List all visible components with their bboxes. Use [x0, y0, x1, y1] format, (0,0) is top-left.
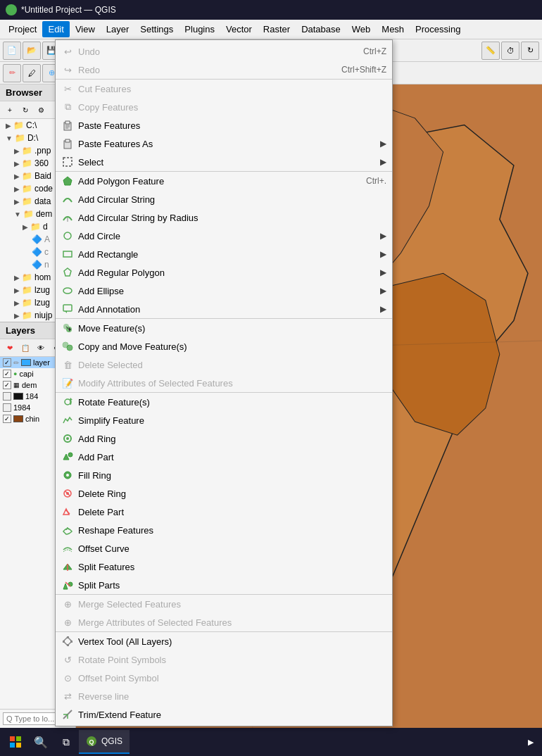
- add-ring-icon: [61, 432, 74, 445]
- layer-check-184[interactable]: [3, 392, 11, 401]
- reshape-label: Reshape Features: [78, 525, 386, 536]
- layer-check-chin[interactable]: ✓: [3, 415, 11, 423]
- paste-as-icon: [61, 137, 74, 150]
- menu-reshape-features[interactable]: Reshape Features: [56, 521, 392, 539]
- cut-label: Cut Features: [78, 84, 386, 94]
- menu-rotate-point-symbols[interactable]: ↺ Rotate Point Symbols: [56, 650, 392, 669]
- svg-marker-40: [63, 584, 68, 589]
- simplify-label: Simplify Feature: [78, 415, 386, 426]
- menu-rotate-features[interactable]: Rotate Feature(s): [56, 393, 392, 411]
- open-btn[interactable]: 📂: [23, 42, 41, 60]
- browser-filter-btn[interactable]: ⚙: [34, 103, 48, 117]
- menu-add-ellipse[interactable]: Add Ellipse ▶: [56, 282, 392, 300]
- vertex-label: Vertex Tool (All Layers): [78, 636, 386, 647]
- offset-curve-icon: [61, 542, 74, 555]
- menu-simplify-feature[interactable]: Simplify Feature: [56, 411, 392, 429]
- menu-offset-curve[interactable]: Offset Curve: [56, 539, 392, 557]
- circle-arrow: ▶: [380, 231, 386, 241]
- title-bar: *Untitled Project — QGIS: [0, 0, 542, 20]
- menu-layer[interactable]: Layer: [101, 21, 135, 37]
- menu-plugins[interactable]: Plugins: [179, 21, 220, 37]
- menu-fill-ring[interactable]: Fill Ring: [56, 466, 392, 484]
- svg-rect-51: [10, 736, 15, 741]
- menu-delete-part[interactable]: Delete Part: [56, 503, 392, 521]
- menu-paste-features[interactable]: Paste Features: [56, 116, 392, 134]
- edit-btn[interactable]: ✏: [3, 64, 21, 82]
- layer-check[interactable]: ✓: [3, 358, 11, 367]
- measure-btn[interactable]: 📏: [481, 42, 500, 60]
- menu-split-parts[interactable]: Split Parts: [56, 576, 392, 594]
- layer-check-1984[interactable]: [3, 403, 11, 412]
- menu-edit[interactable]: Edit: [42, 21, 69, 37]
- copy-icon: ⧉: [61, 101, 74, 113]
- menu-add-annotation[interactable]: Add Annotation ▶: [56, 300, 392, 318]
- offset-point-label: Offset Point Symbol: [78, 673, 386, 683]
- menu-split-features[interactable]: Split Features: [56, 557, 392, 576]
- menu-offset-point-symbol[interactable]: ⊙ Offset Point Symbol: [56, 669, 392, 687]
- menu-delete-ring[interactable]: Delete Ring: [56, 484, 392, 503]
- layer-check-capi[interactable]: ✓: [3, 370, 11, 378]
- menu-add-circular-string-radius[interactable]: Add Circular String by Radius: [56, 208, 392, 227]
- menu-reverse-line[interactable]: ⇄ Reverse line: [56, 687, 392, 705]
- layer-open-btn[interactable]: 👁: [34, 341, 48, 355]
- circular-radius-label: Add Circular String by Radius: [78, 213, 386, 223]
- menu-vector[interactable]: Vector: [220, 21, 258, 37]
- menu-raster[interactable]: Raster: [258, 21, 296, 37]
- menu-copy-move-features[interactable]: Copy and Move Feature(s): [56, 337, 392, 355]
- redo-icon: ↪: [61, 63, 74, 76]
- menu-modify-attributes[interactable]: 📝 Modify Attributes of Selected Features: [56, 374, 392, 392]
- menu-merge-selected[interactable]: ⊕ Merge Selected Features: [56, 595, 392, 613]
- svg-rect-44: [63, 641, 65, 643]
- browser-refresh-btn[interactable]: ↻: [18, 103, 32, 117]
- menu-select[interactable]: Select ▶: [56, 153, 392, 171]
- menu-copy-features[interactable]: ⧉ Copy Features: [56, 98, 392, 116]
- svg-rect-53: [10, 743, 15, 748]
- layer-add-btn[interactable]: ❤: [3, 341, 17, 355]
- menu-add-circular-string[interactable]: Add Circular String: [56, 190, 392, 208]
- merge-label: Merge Selected Features: [78, 599, 386, 610]
- search-taskbar-btn[interactable]: 🔍: [28, 730, 53, 754]
- menu-paste-features-as[interactable]: Paste Features As ▶: [56, 134, 392, 153]
- svg-point-16: [63, 288, 72, 294]
- undo-icon: ↩: [61, 45, 74, 58]
- menu-add-regular-polygon[interactable]: Add Regular Polygon ▶: [56, 263, 392, 282]
- menu-view[interactable]: View: [70, 21, 101, 37]
- merge-attr-label: Merge Attributes of Selected Features: [78, 617, 386, 628]
- svg-rect-4: [65, 121, 70, 124]
- menu-settings[interactable]: Settings: [134, 21, 179, 37]
- digitize-btn[interactable]: 🖊: [23, 64, 41, 82]
- menu-add-polygon[interactable]: Add Polygon Feature Ctrl+.: [56, 172, 392, 190]
- menu-trim-extend[interactable]: Trim/Extend Feature: [56, 705, 392, 724]
- menu-processing[interactable]: Processing: [410, 21, 466, 37]
- qgis-taskbar-app[interactable]: Q QGIS: [79, 730, 130, 754]
- menu-add-rectangle[interactable]: Add Rectangle ▶: [56, 245, 392, 263]
- menu-undo[interactable]: ↩ Undo Ctrl+Z: [56, 42, 392, 61]
- menu-merge-attributes[interactable]: ⊕ Merge Attributes of Selected Features: [56, 613, 392, 631]
- menu-web[interactable]: Web: [346, 21, 377, 37]
- move-label: Move Feature(s): [78, 323, 386, 334]
- menu-redo[interactable]: ↪ Redo Ctrl+Shift+Z: [56, 61, 392, 79]
- taskview-btn[interactable]: ⧉: [53, 730, 79, 754]
- menu-add-ring[interactable]: Add Ring: [56, 429, 392, 448]
- layer-new-btn[interactable]: 📋: [18, 341, 32, 355]
- app-icon: [6, 4, 17, 15]
- menu-delete-selected[interactable]: 🗑 Delete Selected: [56, 355, 392, 374]
- new-btn[interactable]: 📄: [3, 42, 21, 60]
- polygon-shortcut: Ctrl+.: [366, 176, 386, 186]
- menu-add-circle[interactable]: Add Circle ▶: [56, 227, 392, 245]
- menu-vertex-tool[interactable]: Vertex Tool (All Layers): [56, 632, 392, 650]
- layer-check-dem[interactable]: ✓: [3, 381, 11, 389]
- menu-move-features[interactable]: Move Feature(s): [56, 319, 392, 337]
- browser-add-btn[interactable]: +: [3, 103, 17, 117]
- time-btn[interactable]: ⏱: [501, 42, 519, 60]
- menu-add-part[interactable]: Add Part: [56, 448, 392, 466]
- rotate-point-label: Rotate Point Symbols: [78, 655, 386, 665]
- refresh-btn[interactable]: ↻: [521, 42, 539, 60]
- start-button[interactable]: [3, 730, 28, 754]
- menu-mesh[interactable]: Mesh: [376, 21, 410, 37]
- menu-cut-features[interactable]: ✂ Cut Features: [56, 80, 392, 98]
- menu-database[interactable]: Database: [296, 21, 346, 37]
- undo-shortcut: Ctrl+Z: [363, 46, 386, 56]
- menu-project[interactable]: Project: [3, 21, 42, 37]
- modify-icon: 📝: [61, 377, 74, 389]
